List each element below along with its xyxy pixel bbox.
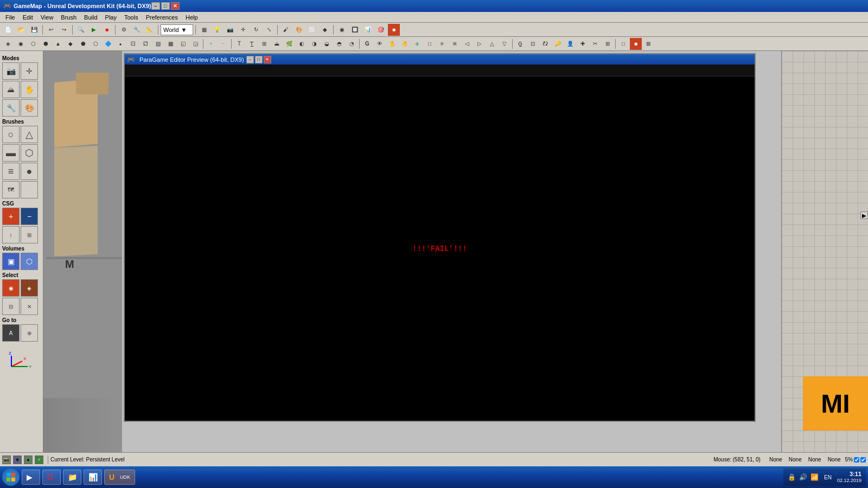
- r1-btn[interactable]: ◁: [461, 38, 473, 50]
- decal-btn[interactable]: ◒: [321, 38, 333, 50]
- sec-tool9[interactable]: 🔷: [102, 38, 114, 50]
- csg-add[interactable]: +: [205, 38, 217, 50]
- hand-btn[interactable]: ✋: [386, 38, 398, 50]
- rotate-btn[interactable]: ↻: [250, 24, 262, 36]
- world-dropdown[interactable]: World ▼: [161, 24, 193, 35]
- r4-btn[interactable]: ▽: [499, 38, 510, 50]
- plus-btn[interactable]: +: [411, 38, 423, 50]
- brush-cone[interactable]: △: [21, 126, 38, 143]
- modes-btn5[interactable]: 🔧: [2, 99, 20, 117]
- foliage-btn[interactable]: 🌿: [283, 38, 295, 50]
- modes-btn1[interactable]: 📷: [2, 62, 20, 80]
- final-btn1[interactable]: G̲: [514, 38, 526, 50]
- goto-btn2[interactable]: ⊕: [21, 324, 38, 342]
- final-btn8[interactable]: ⊞: [602, 38, 614, 50]
- search-button[interactable]: 🔍: [75, 24, 87, 36]
- final-btn3[interactable]: 🗘: [539, 38, 551, 50]
- status-icon1[interactable]: 📷: [2, 455, 11, 464]
- sec-tool5[interactable]: ▲: [52, 38, 64, 50]
- nav2-btn[interactable]: ≋: [449, 38, 461, 50]
- play-button[interactable]: ▶: [88, 24, 100, 36]
- extra3[interactable]: 📊: [362, 24, 374, 36]
- menu-build[interactable]: Build: [81, 13, 100, 22]
- sec-tool16[interactable]: ◲: [189, 38, 201, 50]
- preview-close[interactable]: ✕: [264, 56, 271, 63]
- taskbar-app-opera[interactable]: O: [42, 470, 61, 485]
- sec-tool3[interactable]: ⬡: [27, 38, 39, 50]
- select-btn3[interactable]: ⊟: [2, 298, 20, 315]
- select-btn2[interactable]: ◈: [21, 279, 38, 297]
- sec-end3[interactable]: ⊠: [642, 38, 654, 50]
- brush-terrain[interactable]: 🗺: [2, 181, 20, 198]
- extra2[interactable]: 🔲: [349, 24, 361, 36]
- undo-button[interactable]: ↩: [45, 24, 57, 36]
- g-btn[interactable]: G: [361, 38, 373, 50]
- sec-end2[interactable]: ■: [630, 38, 642, 50]
- paint-tool[interactable]: 🎨: [293, 24, 305, 36]
- sec-tool2[interactable]: ◉: [15, 38, 27, 50]
- brush-sheets[interactable]: ≡: [2, 163, 20, 180]
- path-btn[interactable]: ◔: [346, 38, 358, 50]
- csg-btn2[interactable]: −: [21, 208, 38, 225]
- preview-minimize[interactable]: –: [246, 56, 254, 63]
- align-btn[interactable]: ⊞: [258, 38, 270, 50]
- brush-sphere[interactable]: ○: [2, 126, 20, 143]
- sec-tool11[interactable]: ⚀: [127, 38, 139, 50]
- box-btn[interactable]: □: [424, 38, 436, 50]
- menu-help[interactable]: Help: [182, 13, 201, 22]
- goto-btn1[interactable]: A: [2, 324, 20, 342]
- brush-extra[interactable]: [21, 181, 38, 198]
- select-btn1[interactable]: ◉: [2, 279, 20, 297]
- sec-tool8[interactable]: ⬠: [90, 38, 101, 50]
- sec-tool10[interactable]: ⬥: [114, 38, 126, 50]
- menu-preferences[interactable]: Preferences: [143, 13, 181, 22]
- maximize-button[interactable]: □: [161, 2, 170, 10]
- erase-tool[interactable]: ⬜: [306, 24, 318, 36]
- sec-tool13[interactable]: ▨: [152, 38, 164, 50]
- terrain-btn[interactable]: ⛰: [271, 38, 283, 50]
- sec-end1[interactable]: □: [617, 38, 629, 50]
- modes-btn4[interactable]: ✋: [21, 81, 38, 98]
- menu-file[interactable]: File: [2, 13, 18, 22]
- final-btn2[interactable]: ⊡: [527, 38, 539, 50]
- scale-btn[interactable]: ⤡: [263, 24, 275, 36]
- extra4[interactable]: 🎯: [375, 24, 387, 36]
- status-icon2[interactable]: ◈: [13, 455, 22, 464]
- preview-restore[interactable]: □: [255, 56, 263, 63]
- light-btn[interactable]: 💡: [211, 24, 223, 36]
- sec-tool4[interactable]: ⬢: [40, 38, 52, 50]
- open-button[interactable]: 📂: [15, 24, 27, 36]
- sec-tool14[interactable]: ▩: [164, 38, 176, 50]
- csg-btn4[interactable]: ⊞: [21, 226, 38, 243]
- save-button[interactable]: 💾: [28, 24, 40, 36]
- nav-btn[interactable]: ◓: [333, 38, 345, 50]
- menu-edit[interactable]: Edit: [20, 13, 36, 22]
- status-icon3[interactable]: ▲: [24, 455, 33, 464]
- sec-tool1[interactable]: ◈: [2, 38, 14, 50]
- select-btn4[interactable]: ✕: [21, 298, 38, 315]
- menu-brush[interactable]: Brush: [58, 13, 80, 22]
- tool2[interactable]: 🔧: [131, 24, 143, 36]
- final-btn7[interactable]: ✂: [589, 38, 601, 50]
- brush-tool[interactable]: 🖌: [280, 24, 292, 36]
- sec-tool7[interactable]: ⬟: [77, 38, 89, 50]
- redo-button[interactable]: ↪: [58, 24, 70, 36]
- modes-btn3[interactable]: ⛰: [2, 81, 20, 98]
- minimize-button[interactable]: –: [151, 2, 160, 10]
- move-btn[interactable]: ✛: [237, 24, 249, 36]
- taskbar-app-udk[interactable]: U UDK: [104, 470, 135, 485]
- csg-sub[interactable]: −: [218, 38, 229, 50]
- sec-tool12[interactable]: ⚁: [139, 38, 151, 50]
- grid-btn[interactable]: ▦: [198, 24, 210, 36]
- sec-tool6[interactable]: ◆: [65, 38, 76, 50]
- menu-view[interactable]: View: [37, 13, 57, 22]
- new-button[interactable]: 📄: [2, 24, 14, 36]
- r3-btn[interactable]: △: [486, 38, 498, 50]
- close-button[interactable]: ✕: [171, 2, 180, 10]
- eye-btn[interactable]: 👁: [374, 38, 386, 50]
- tool1[interactable]: ⚙: [118, 24, 130, 36]
- final-btn6[interactable]: ✚: [577, 38, 589, 50]
- taskbar-app-media[interactable]: ▶: [22, 470, 40, 485]
- modes-btn6[interactable]: 🎨: [21, 99, 38, 117]
- zoom-check2[interactable]: [860, 457, 866, 463]
